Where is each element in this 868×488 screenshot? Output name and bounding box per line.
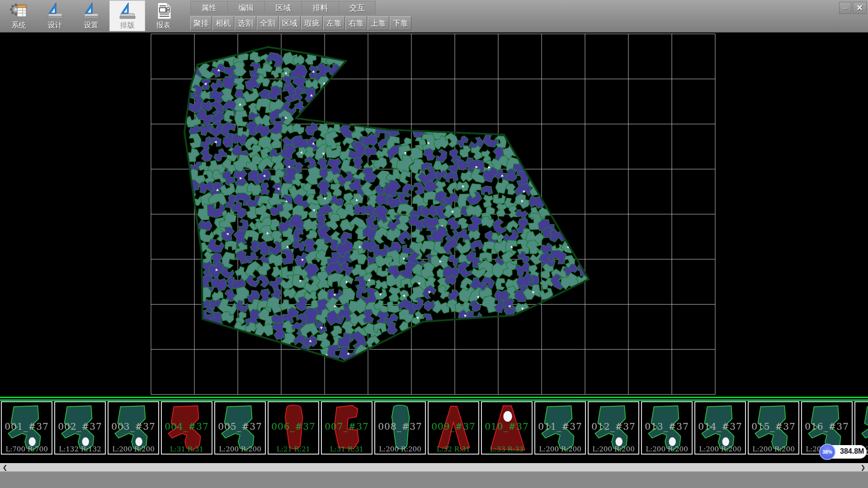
system-button[interactable]: 系统 [1, 0, 37, 31]
close-button[interactable]: ✕ [853, 2, 867, 14]
part-thumbnail[interactable]: 010_#37L:33 R:33 [481, 401, 533, 455]
report-button-label: 报表 [156, 20, 171, 30]
nesting-canvas[interactable] [0, 33, 868, 397]
part-thumbnail[interactable]: 015_#37L:200 R:200 [748, 401, 799, 455]
menu-region[interactable]: 区域 [264, 1, 302, 14]
scroll-left-icon[interactable]: ❮ [0, 464, 10, 472]
settings-ruler-icon [81, 1, 101, 20]
system-gear-icon [9, 1, 29, 20]
tool-select-cut[interactable]: 选割 [235, 16, 256, 30]
part-lr-count-label: L:200 R:200 [375, 445, 425, 453]
part-thumbnail[interactable]: 001_#37L:700 R:700 [1, 401, 52, 455]
tool-region[interactable]: 区域 [279, 16, 301, 30]
part-id-label: 008_#37 [375, 421, 425, 432]
part-thumbnail[interactable]: 011_#37L:200 R:200 [534, 401, 586, 455]
part-thumbnail[interactable]: 003_#37L:200 R:200 [108, 401, 159, 455]
part-id-label: 015_#37 [749, 421, 798, 432]
tool-camera[interactable]: 相机 [212, 16, 234, 30]
strip-separator-line [0, 399, 868, 401]
part-thumbnail[interactable]: 008_#37L:200 R:200 [374, 401, 426, 455]
tool-cut-all[interactable]: 全割 [257, 16, 278, 30]
part-thumbnail[interactable]: 006_#37L:21 R:21 [268, 401, 319, 455]
part-id-label: 011_#37 [535, 421, 585, 432]
part-lr-count-label: L:200 R:200 [215, 445, 265, 453]
main-toolbar: 系统 设计 设置 [0, 0, 868, 33]
part-thumbnail[interactable]: 013_#37L:200 R:200 [641, 401, 693, 455]
memory-value: 384.8M [840, 447, 864, 455]
part-lr-count-label: L:33 R:33 [482, 445, 532, 453]
application-window: 系统 设计 设置 [0, 0, 868, 488]
nesting-button-label: 排版 [120, 20, 135, 30]
design-button[interactable]: 设计 [37, 0, 73, 31]
part-id-label: 002_#37 [55, 421, 105, 432]
part-thumbnail[interactable]: 002_#37L:132 R:132 [54, 401, 106, 455]
settings-button[interactable]: 设置 [73, 0, 109, 31]
part-lr-count-label: L:200 R:200 [642, 445, 692, 453]
part-id-label: 016_#37 [802, 421, 852, 432]
report-button[interactable]: 报表 [146, 0, 181, 31]
menu-edit[interactable]: 编辑 [227, 1, 264, 14]
part-lr-count-label: L:200 R:200 [695, 445, 745, 453]
status-bar [0, 471, 868, 488]
tool-align-top[interactable]: 上靠 [368, 16, 389, 30]
tool-row: 聚排 相机 选割 全割 区域 瑕疵 左靠 右靠 上靠 下靠 [190, 16, 412, 30]
system-button-label: 系统 [12, 20, 26, 30]
part-thumbnail[interactable]: 005_#37L:200 R:200 [214, 401, 266, 455]
part-lr-count-label: L:200 R:200 [589, 445, 638, 453]
part-id-label: 014_#37 [695, 421, 745, 432]
menu-row: 属性 编辑 区域 排料 交互 [190, 1, 376, 14]
tool-align-bottom[interactable]: 下靠 [390, 16, 411, 30]
part-id-label: 012_#37 [589, 421, 638, 432]
design-button-label: 设计 [48, 20, 62, 30]
part-id-label: 001_#37 [2, 421, 52, 432]
part-lr-count-label: L:700 R:700 [2, 445, 52, 453]
tool-align-left[interactable]: 左靠 [323, 16, 345, 30]
scroll-right-icon[interactable]: ❯ [858, 464, 868, 472]
part-id-label: 006_#37 [269, 421, 318, 432]
part-lr-count-label: L:31 R:31 [162, 445, 212, 453]
horizontal-scrollbar[interactable]: ❮ ❯ [0, 463, 868, 471]
part-id-label: 007_#37 [322, 421, 372, 432]
tool-align-right[interactable]: 右靠 [345, 16, 367, 30]
menu-properties[interactable]: 属性 [190, 1, 227, 14]
part-id-label: 009_#37 [429, 421, 478, 432]
progress-percent-badge: 38% [819, 444, 835, 460]
hide-nesting-view [0, 33, 868, 397]
nesting-ruler-icon [118, 1, 137, 20]
nesting-button[interactable]: 排版 [109, 0, 145, 31]
part-lr-count-label: L:200 R:200 [108, 445, 158, 453]
part-id-label: 010_#37 [482, 421, 532, 432]
part-id-label: 003_#37 [108, 421, 158, 432]
part-thumbnail[interactable]: 007_#37L:31 R:31 [321, 401, 373, 455]
part-id-label: 013_#37 [642, 421, 692, 432]
part-thumbnail[interactable]: 014_#37L:200 R:200 [694, 401, 746, 455]
menu-interaction[interactable]: 交互 [339, 1, 376, 14]
part-lr-count-label: L:21 R:21 [269, 445, 318, 453]
parts-strip: 001_#37L:700 R:700002_#37L:132 R:132003_… [0, 397, 868, 455]
tool-cluster-nest[interactable]: 聚排 [190, 16, 212, 30]
strip-separator-line [0, 397, 868, 398]
part-id-label: 005_#37 [215, 421, 265, 432]
part-thumbnail[interactable]: 004_#37L:31 R:31 [161, 401, 212, 455]
design-ruler-icon [45, 1, 65, 20]
minimize-button[interactable]: ─ [839, 2, 851, 14]
settings-button-label: 设置 [84, 20, 99, 30]
part-id-label: 004_#37 [162, 421, 212, 432]
menu-nest[interactable]: 排料 [302, 1, 339, 14]
part-lr-count-label: L:31 R:31 [322, 445, 372, 453]
part-lr-count-label: L:200 R:200 [535, 445, 585, 453]
part-lr-count-label: L:200 R:200 [749, 445, 798, 453]
part-thumbnail[interactable]: 009_#37L:32 R:31 [428, 401, 479, 455]
report-doc-icon [154, 1, 174, 20]
tool-defect[interactable]: 瑕疵 [301, 16, 323, 30]
parts-list: 001_#37L:700 R:700002_#37L:132 R:132003_… [1, 401, 868, 455]
part-lr-count-label: L:32 R:31 [429, 445, 478, 453]
part-thumbnail[interactable]: 012_#37L:200 R:200 [588, 401, 639, 455]
part-lr-count-label: L:132 R:132 [55, 445, 105, 453]
